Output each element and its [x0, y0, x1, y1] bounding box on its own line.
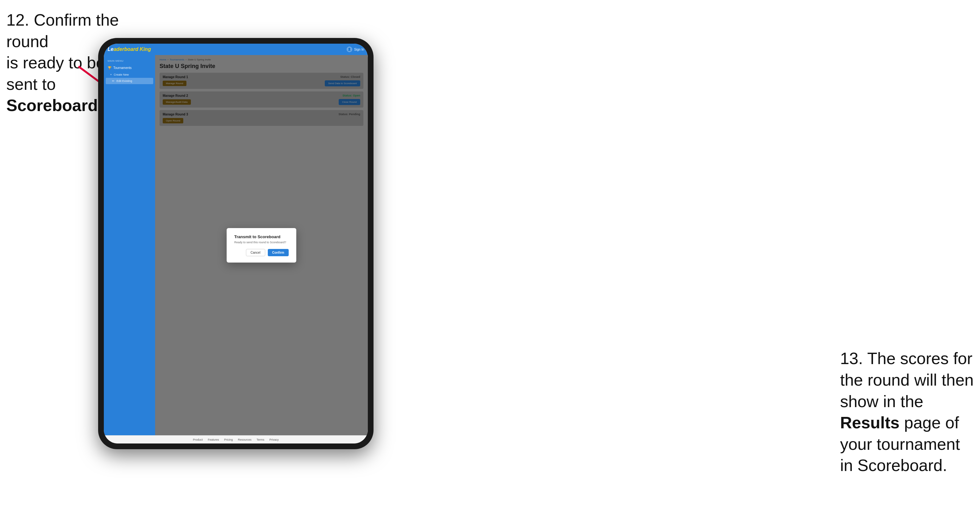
- instruction-bottom: 13. The scores forthe round will thensho…: [840, 348, 974, 476]
- footer-link-resources[interactable]: Resources: [238, 438, 251, 441]
- modal-overlay: Transmit to Scoreboard Ready to send thi…: [155, 55, 368, 435]
- top-right-nav: 👤 Sign In: [347, 46, 364, 52]
- main-menu-label: MAIN MENU: [104, 58, 155, 64]
- page-content: Home › Tournaments › State U Spring Invi…: [155, 55, 368, 435]
- modal-title: Transmit to Scoreboard: [234, 234, 289, 239]
- app-wrapper: Leaderboard King 👤 Sign In MAIN MENU 🏆 T…: [104, 44, 368, 443]
- app-footer: Product Features Pricing Resources Terms…: [104, 435, 368, 443]
- sidebar-item-create-new[interactable]: + Create New: [104, 71, 155, 78]
- logo-accent: aderboard King: [114, 46, 151, 52]
- logo: Leaderboard King: [108, 46, 151, 52]
- modal-buttons: Cancel Confirm: [234, 249, 289, 256]
- instruction-bold: Scoreboard.: [6, 96, 102, 114]
- trophy-icon: 🏆: [108, 66, 111, 70]
- instruction-bottom-text: 13. The scores forthe round will thensho…: [840, 349, 974, 475]
- edit-icon: ✏: [112, 79, 115, 83]
- instruction-line1: 12. Confirm the round: [6, 11, 119, 51]
- tablet-screen: Leaderboard King 👤 Sign In MAIN MENU 🏆 T…: [104, 44, 368, 443]
- instruction-line2: is ready to be sent to: [6, 54, 105, 93]
- sidebar-tournaments-label: Tournaments: [113, 66, 132, 70]
- top-bar: Leaderboard King 👤 Sign In: [104, 44, 368, 55]
- footer-link-privacy[interactable]: Privacy: [269, 438, 279, 441]
- modal-subtitle: Ready to send this round to Scoreboard?: [234, 241, 289, 244]
- sign-in-label[interactable]: Sign In: [354, 48, 364, 51]
- edit-existing-label: Edit Existing: [116, 79, 132, 83]
- main-content: MAIN MENU 🏆 Tournaments + Create New ✏ E…: [104, 55, 368, 435]
- logo-area: Leaderboard King: [108, 46, 151, 52]
- footer-link-product[interactable]: Product: [193, 438, 203, 441]
- user-icon: 👤: [347, 46, 352, 52]
- confirm-button[interactable]: Confirm: [268, 249, 289, 256]
- footer-link-terms[interactable]: Terms: [257, 438, 265, 441]
- sidebar-item-tournaments[interactable]: 🏆 Tournaments: [104, 64, 155, 71]
- tablet-frame: Leaderboard King 👤 Sign In MAIN MENU 🏆 T…: [98, 38, 374, 449]
- footer-link-pricing[interactable]: Pricing: [224, 438, 233, 441]
- modal-box: Transmit to Scoreboard Ready to send thi…: [227, 228, 296, 263]
- create-new-label: Create New: [114, 73, 129, 76]
- sidebar-item-edit-existing[interactable]: ✏ Edit Existing: [106, 78, 153, 84]
- plus-icon: +: [110, 73, 112, 76]
- sidebar: MAIN MENU 🏆 Tournaments + Create New ✏ E…: [104, 55, 155, 435]
- footer-link-features[interactable]: Features: [208, 438, 219, 441]
- cancel-button[interactable]: Cancel: [246, 249, 265, 256]
